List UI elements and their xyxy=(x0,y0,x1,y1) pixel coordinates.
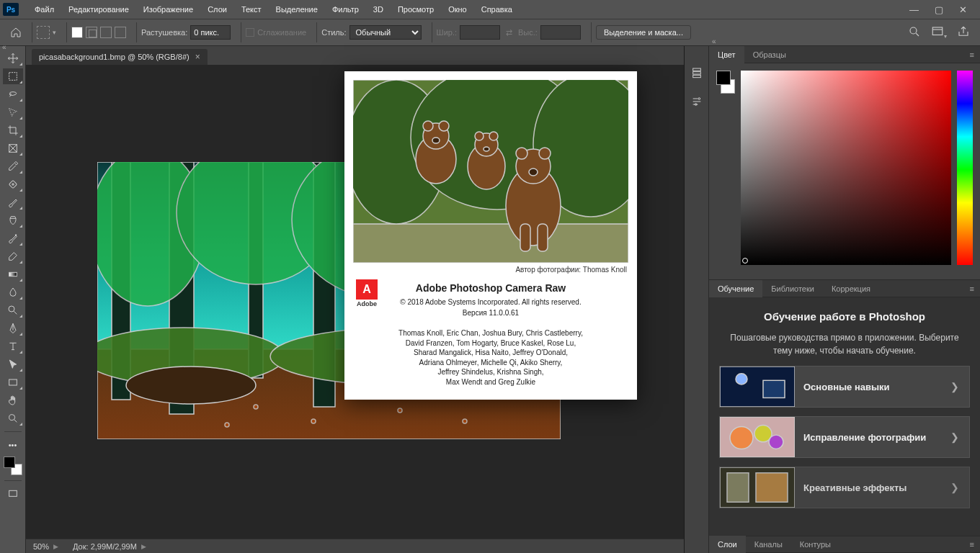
menu-help[interactable]: Справка xyxy=(474,2,520,17)
marquee-indicator-icon[interactable] xyxy=(37,26,50,39)
svg-point-37 xyxy=(736,374,747,385)
dropdown-caret-icon[interactable]: ▾ xyxy=(53,29,56,36)
feather-input[interactable] xyxy=(190,25,231,40)
tab-learn[interactable]: Обучение xyxy=(709,280,762,297)
toolbox: ••• xyxy=(0,46,26,553)
tool-path-select[interactable] xyxy=(3,356,23,372)
svg-rect-62 xyxy=(520,224,530,251)
svg-point-60 xyxy=(516,148,527,159)
tool-hand[interactable] xyxy=(3,392,23,408)
width-input xyxy=(460,25,500,40)
tab-layers[interactable]: Слои xyxy=(709,536,746,553)
zoom-caret-icon[interactable]: ▶ xyxy=(53,543,58,550)
learn-card-fix-photo[interactable]: Исправление фотографии ❯ xyxy=(719,416,970,458)
svg-rect-46 xyxy=(353,224,628,263)
width-label: Шир.: xyxy=(437,28,457,37)
tab-libraries[interactable]: Библиотеки xyxy=(762,280,823,297)
window-close-icon[interactable]: ✕ xyxy=(959,4,967,15)
tool-lasso[interactable] xyxy=(3,86,23,102)
card-thumb xyxy=(720,467,795,508)
tab-adjustments[interactable]: Коррекция xyxy=(823,280,879,297)
tab-color[interactable]: Цвет xyxy=(709,46,744,63)
tool-marquee[interactable] xyxy=(3,68,23,84)
svg-point-61 xyxy=(539,148,551,159)
learn-card-basics[interactable]: Основные навыки ❯ xyxy=(719,366,970,408)
color-swatches[interactable] xyxy=(4,457,22,475)
tool-edit-toolbar[interactable]: ••• xyxy=(3,437,23,453)
menu-select[interactable]: Выделение xyxy=(269,2,325,17)
tool-pen[interactable] xyxy=(3,320,23,336)
tab-paths[interactable]: Контуры xyxy=(791,536,839,553)
selection-new-icon[interactable] xyxy=(71,27,83,38)
menu-3d[interactable]: 3D xyxy=(366,2,391,17)
tool-eyedropper[interactable] xyxy=(3,158,23,174)
history-panel-icon[interactable] xyxy=(689,65,705,81)
doc-size[interactable]: Док: 2,99M/2,99M xyxy=(73,542,137,551)
tool-history-brush[interactable] xyxy=(3,230,23,246)
menu-file[interactable]: Файл xyxy=(27,2,61,17)
home-button[interactable] xyxy=(6,23,26,42)
share-icon[interactable] xyxy=(957,25,970,40)
tool-quick-select[interactable] xyxy=(3,104,23,120)
svg-rect-31 xyxy=(692,72,700,74)
style-label: Стиль: xyxy=(321,28,346,37)
panel-menu-icon[interactable]: ≡ xyxy=(964,540,980,549)
tool-dodge[interactable] xyxy=(3,302,23,318)
tool-screenmode[interactable] xyxy=(3,486,23,502)
learn-card-creative[interactable]: Креативные эффекты ❯ xyxy=(719,467,970,508)
search-icon[interactable] xyxy=(908,25,921,40)
panel-menu-icon[interactable]: ≡ xyxy=(964,284,980,293)
tool-healing[interactable] xyxy=(3,176,23,192)
window-minimize-icon[interactable]: ― xyxy=(909,4,919,15)
menu-layers[interactable]: Слои xyxy=(200,2,234,17)
about-camera-raw-dialog[interactable]: Автор фотографии: Thomas Knoll A Adobe A… xyxy=(344,71,637,400)
window-maximize-icon[interactable]: ▢ xyxy=(935,4,943,15)
tool-gradient[interactable] xyxy=(3,266,23,282)
workspace-switcher-icon[interactable]: ▾ xyxy=(931,25,947,40)
menu-edit[interactable]: Редактирование xyxy=(61,2,136,17)
tool-move[interactable] xyxy=(3,50,23,66)
svg-rect-7 xyxy=(9,379,17,385)
docinfo-caret-icon[interactable]: ▶ xyxy=(141,543,146,550)
tool-rectangle[interactable] xyxy=(3,374,23,390)
menu-text[interactable]: Текст xyxy=(234,2,269,17)
menu-window[interactable]: Окно xyxy=(441,2,474,17)
tool-blur[interactable] xyxy=(3,284,23,300)
card-label: Креативные эффекты xyxy=(795,482,940,493)
tool-zoom[interactable] xyxy=(3,410,23,426)
tool-brush[interactable] xyxy=(3,194,23,210)
mid-panel-tabs: Обучение Библиотеки Коррекция ≡ xyxy=(709,280,980,297)
svg-point-29 xyxy=(225,423,229,427)
swap-wh-icon: ⇄ xyxy=(503,28,515,37)
tool-crop[interactable] xyxy=(3,122,23,138)
zoom-value[interactable]: 50% xyxy=(33,542,49,551)
close-tab-icon[interactable]: × xyxy=(195,52,200,62)
tool-clone[interactable] xyxy=(3,212,23,228)
tab-channels[interactable]: Каналы xyxy=(746,536,791,553)
tool-frame[interactable] xyxy=(3,140,23,156)
color-field[interactable] xyxy=(741,71,951,265)
smooth-checkbox[interactable] xyxy=(246,28,254,37)
app-logo: Ps xyxy=(3,3,19,16)
svg-point-53 xyxy=(439,121,449,131)
menu-image[interactable]: Изображение xyxy=(136,2,200,17)
selection-add-icon[interactable] xyxy=(86,27,97,38)
card-label: Исправление фотографии xyxy=(795,432,940,443)
panel-menu-icon[interactable]: ≡ xyxy=(964,50,980,59)
color-panel xyxy=(709,63,980,279)
properties-panel-icon[interactable] xyxy=(689,94,705,109)
style-select[interactable]: Обычный xyxy=(349,25,422,40)
color-panel-swatches[interactable] xyxy=(716,71,735,94)
hue-slider[interactable] xyxy=(957,71,973,265)
menu-filter[interactable]: Фильтр xyxy=(325,2,366,17)
selection-intersect-icon[interactable] xyxy=(115,27,126,38)
tab-swatches[interactable]: Образцы xyxy=(744,46,795,63)
tool-eraser[interactable] xyxy=(3,248,23,264)
svg-rect-32 xyxy=(692,75,700,77)
select-and-mask-button[interactable]: Выделение и маска... xyxy=(596,25,691,40)
tool-type[interactable] xyxy=(3,338,23,354)
chevron-right-icon: ❯ xyxy=(940,482,969,493)
document-tab[interactable]: picasabackground1.bmp @ 50% (RGB/8#) × xyxy=(32,49,208,65)
menu-view[interactable]: Просмотр xyxy=(391,2,441,17)
selection-subtract-icon[interactable] xyxy=(100,27,112,38)
